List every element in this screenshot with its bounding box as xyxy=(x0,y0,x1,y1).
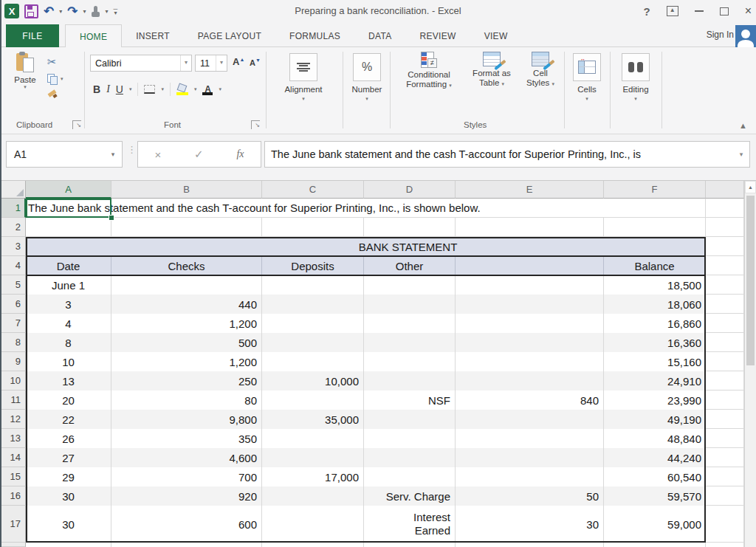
fill-handle[interactable] xyxy=(109,215,114,221)
cell-D8[interactable] xyxy=(364,333,456,352)
cell-C8[interactable] xyxy=(262,333,364,352)
table-col-header[interactable]: Other xyxy=(364,256,456,275)
formula-input[interactable]: The June bank statement and the cash T-a… xyxy=(264,141,750,168)
cell-D18[interactable] xyxy=(364,543,456,547)
cell-G10[interactable] xyxy=(706,371,744,391)
cell-F18[interactable] xyxy=(604,543,706,547)
cell-B7[interactable]: 1,200 xyxy=(111,314,262,333)
cell-F13[interactable]: 48,840 xyxy=(604,429,706,448)
italic-button[interactable]: I xyxy=(106,83,110,95)
cut-icon[interactable]: ✂ xyxy=(47,56,57,67)
cell-G6[interactable] xyxy=(706,295,744,314)
increase-font-size-button[interactable]: A▲ xyxy=(233,56,244,67)
row-header-15[interactable]: 15 xyxy=(0,467,26,486)
row-header-11[interactable]: 11 xyxy=(0,391,26,410)
cell-G2[interactable] xyxy=(706,218,744,237)
account-avatar[interactable] xyxy=(735,25,756,47)
col-header-A[interactable]: A xyxy=(26,181,111,199)
copy-icon[interactable] xyxy=(47,74,58,84)
cell-C16[interactable] xyxy=(262,486,364,506)
cell-D15[interactable] xyxy=(364,467,456,486)
font-color-dropdown-icon[interactable]: ▾ xyxy=(219,87,221,92)
cell-G13[interactable] xyxy=(706,429,744,448)
row-header-12[interactable]: 12 xyxy=(0,410,26,429)
number-button[interactable]: % Number ▾ xyxy=(347,53,387,101)
cell-F12[interactable]: 49,190 xyxy=(604,410,706,429)
cell-A9[interactable]: 10 xyxy=(26,352,111,371)
underline-dropdown-icon[interactable]: ▾ xyxy=(129,87,132,92)
cell-E5[interactable] xyxy=(456,275,604,295)
cell-A5[interactable]: June 1 xyxy=(26,275,111,295)
name-box-dropdown-icon[interactable]: ▾ xyxy=(104,151,122,158)
cell-E2[interactable] xyxy=(456,218,604,237)
col-header-D[interactable]: D xyxy=(364,181,456,199)
row-header-17[interactable]: 17 xyxy=(0,506,26,543)
font-dialog-launcher-icon[interactable]: ↘ xyxy=(251,120,260,129)
cell-E15[interactable] xyxy=(456,467,604,486)
borders-dropdown-icon[interactable]: ▾ xyxy=(161,87,164,92)
scrollbar-thumb[interactable] xyxy=(746,196,755,365)
font-size-combo[interactable]: 11▾ xyxy=(195,55,227,72)
font-color-icon[interactable]: A xyxy=(202,84,213,95)
cell-F17[interactable]: 59,000 xyxy=(604,506,706,543)
cell-D10[interactable] xyxy=(364,371,456,391)
cell-G15[interactable] xyxy=(706,467,744,486)
col-header-E[interactable]: E xyxy=(456,181,604,199)
cell-C11[interactable] xyxy=(262,391,364,410)
format-painter-icon[interactable] xyxy=(47,91,58,100)
cell-E8[interactable] xyxy=(456,333,604,352)
copy-dropdown-icon[interactable]: ▾ xyxy=(61,77,63,81)
row-header-1[interactable]: 1 xyxy=(0,199,26,218)
alignment-button[interactable]: Alignment ▾ xyxy=(279,53,328,101)
cell-B16[interactable]: 920 xyxy=(111,486,262,506)
cell-G9[interactable] xyxy=(706,352,744,371)
cell-D7[interactable] xyxy=(364,314,456,333)
row-header-16[interactable]: 16 xyxy=(0,486,26,506)
table-col-header[interactable] xyxy=(456,256,604,275)
cell-A16[interactable]: 30 xyxy=(26,486,111,506)
ribbon-display-options-icon[interactable]: ▲ xyxy=(667,6,678,16)
col-header-B[interactable]: B xyxy=(111,181,262,199)
tab-home[interactable]: HOME xyxy=(65,24,122,48)
cell-A13[interactable]: 26 xyxy=(26,429,111,448)
col-header-F[interactable]: F xyxy=(604,181,706,199)
cell-E10[interactable] xyxy=(456,371,604,391)
row-header-3[interactable]: 3 xyxy=(0,237,26,256)
select-all-corner[interactable] xyxy=(0,181,26,199)
cell-F6[interactable]: 18,060 xyxy=(604,295,706,314)
formula-bar-splitter[interactable]: ⋮ xyxy=(127,148,137,152)
row-header-7[interactable]: 7 xyxy=(0,314,26,333)
cell-F9[interactable]: 15,160 xyxy=(604,352,706,371)
cell-D11[interactable]: NSF xyxy=(364,391,456,410)
cell-G4[interactable] xyxy=(706,256,744,275)
cell-F15[interactable]: 60,540 xyxy=(604,467,706,486)
font-size-dropdown-icon[interactable]: ▾ xyxy=(216,55,227,71)
cell-F7[interactable]: 16,860 xyxy=(604,314,706,333)
table-col-header[interactable]: Date xyxy=(26,256,111,275)
cell-C10[interactable]: 10,000 xyxy=(262,371,364,391)
cell-A15[interactable]: 29 xyxy=(26,467,111,486)
scroll-up-icon[interactable]: ▲ xyxy=(745,181,756,193)
cell-A2[interactable] xyxy=(26,218,111,237)
cell-B5[interactable] xyxy=(111,275,262,295)
cell-G3[interactable] xyxy=(706,237,744,256)
cell-D2[interactable] xyxy=(364,218,456,237)
row-header-4[interactable]: 4 xyxy=(0,256,26,275)
fill-color-dropdown-icon[interactable]: ▾ xyxy=(194,87,197,92)
vertical-scrollbar[interactable]: ▲ xyxy=(744,181,756,547)
cell-B15[interactable]: 700 xyxy=(111,467,262,486)
cell-A8[interactable]: 8 xyxy=(26,333,111,352)
cell-A12[interactable]: 22 xyxy=(26,410,111,429)
minimize-icon[interactable] xyxy=(695,10,704,12)
cell-C9[interactable] xyxy=(262,352,364,371)
cell-C15[interactable]: 17,000 xyxy=(262,467,364,486)
cell-G8[interactable] xyxy=(706,333,744,352)
cell-E11[interactable]: 840 xyxy=(456,391,604,410)
cell-B14[interactable]: 4,600 xyxy=(111,448,262,467)
cancel-icon[interactable]: × xyxy=(154,148,161,161)
font-name-dropdown-icon[interactable]: ▾ xyxy=(180,55,191,71)
tab-page-layout[interactable]: PAGE LAYOUT xyxy=(184,24,275,47)
cell-G7[interactable] xyxy=(706,314,744,333)
row-header-13[interactable]: 13 xyxy=(0,429,26,448)
cell-D6[interactable] xyxy=(364,295,456,314)
